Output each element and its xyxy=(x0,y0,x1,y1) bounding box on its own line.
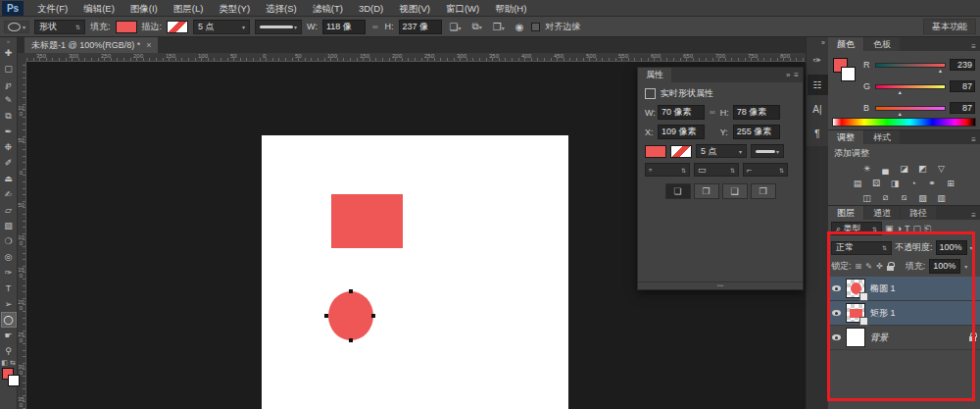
exposure-icon[interactable]: ◩ xyxy=(916,162,929,175)
brush-tool[interactable]: ✐ xyxy=(1,155,17,171)
layer-row-background[interactable]: 背景 xyxy=(828,326,980,350)
tab-swatches[interactable]: 色板 xyxy=(864,37,900,51)
layer-thumbnail[interactable] xyxy=(846,303,865,323)
blur-tool[interactable]: ❍ xyxy=(1,233,17,249)
type-tool[interactable]: T xyxy=(1,281,17,296)
menu-item-8[interactable]: 视图(V) xyxy=(391,0,438,17)
fill-color-swatch[interactable] xyxy=(116,21,137,33)
menu-item-0[interactable]: 文件(F) xyxy=(29,0,75,17)
ellipse-shape-tool[interactable]: ◯ xyxy=(1,312,17,328)
tab-channels[interactable]: 通道 xyxy=(864,206,900,220)
color-lookup-icon[interactable]: ⊞ xyxy=(945,177,957,189)
layer-name[interactable]: 矩形 1 xyxy=(870,307,976,320)
blue-slider[interactable]: ▲ xyxy=(875,106,946,111)
layer-thumbnail[interactable] xyxy=(846,328,865,347)
g-value-field[interactable]: 87 xyxy=(950,80,975,92)
filter-smart-objects-icon[interactable]: ⎗ xyxy=(924,224,931,234)
brush-presets-panel-icon[interactable]: ✑ xyxy=(808,50,828,71)
stroke-width-select[interactable]: 5 点 ▾ xyxy=(193,20,250,34)
link-icon[interactable]: ∞ xyxy=(708,108,717,117)
layer-thumbnail[interactable] xyxy=(846,279,865,298)
link-dimensions-icon[interactable]: ∞ xyxy=(370,23,380,31)
paragraph-panel-icon[interactable]: ¶ xyxy=(808,124,828,144)
stroke-type-select[interactable]: ▾ xyxy=(255,20,302,34)
posterize-icon[interactable]: ⧄ xyxy=(879,191,892,204)
menu-item-1[interactable]: 编辑(E) xyxy=(75,0,122,17)
layer-row-ellipse1[interactable]: 椭圆 1 xyxy=(828,277,980,301)
eyedropper-tool[interactable]: ✒ xyxy=(1,124,17,139)
filter-type-layers-icon[interactable]: T xyxy=(905,224,910,233)
slider-thumb-icon[interactable]: ▲ xyxy=(898,89,903,95)
tab-styles[interactable]: 样式 xyxy=(864,130,900,144)
shape-width-input[interactable]: 118 像 xyxy=(322,20,366,34)
collapse-panel-icon[interactable]: » xyxy=(786,71,790,79)
prop-x-input[interactable]: 109 像素 xyxy=(658,125,705,139)
background-color-swatch[interactable] xyxy=(841,67,856,81)
prop-stroke-swatch[interactable] xyxy=(670,145,692,158)
brightness-contrast-icon[interactable]: ☀ xyxy=(860,162,873,175)
align-edges-checkbox[interactable] xyxy=(531,23,540,31)
tab-paths[interactable]: 路径 xyxy=(901,206,936,220)
stroke-align-select[interactable]: ▫⇅ xyxy=(645,163,690,177)
lock-transparency-icon[interactable]: ⊞ xyxy=(856,262,862,271)
zoom-tool[interactable]: ⚲ xyxy=(1,343,17,359)
close-tab-icon[interactable]: × xyxy=(146,40,151,50)
pathop-exclude-button[interactable]: ❒ xyxy=(751,183,776,199)
menu-item-6[interactable]: 滤镜(T) xyxy=(305,0,351,17)
stroke-corners-select[interactable]: ⌐⇅ xyxy=(743,163,788,177)
pathop-intersect-button[interactable]: ❑ xyxy=(722,183,748,199)
visibility-eye-icon[interactable] xyxy=(832,334,841,340)
hand-tool[interactable]: ☛ xyxy=(1,328,17,343)
prop-fill-swatch[interactable] xyxy=(645,145,666,158)
slider-thumb-icon[interactable]: ▲ xyxy=(898,111,903,117)
prop-stroke-width-select[interactable]: 5 点 ▾ xyxy=(696,144,747,158)
visibility-eye-icon[interactable] xyxy=(832,310,841,316)
menu-item-3[interactable]: 图层(L) xyxy=(166,0,212,17)
b-value-field[interactable]: 87 xyxy=(950,102,975,114)
menu-item-2[interactable]: 图像(I) xyxy=(122,0,166,17)
invert-icon[interactable]: ◫ xyxy=(860,191,873,204)
history-brush-tool[interactable]: ✍ xyxy=(1,186,17,202)
menu-item-5[interactable]: 选择(S) xyxy=(258,0,305,17)
anchor-point-bottom[interactable] xyxy=(349,338,353,342)
r-value-field[interactable]: 239 xyxy=(950,59,975,71)
anchor-point-left[interactable] xyxy=(324,314,328,318)
opacity-input[interactable]: 100% xyxy=(936,240,967,255)
channel-mixer-icon[interactable]: ⚭ xyxy=(926,177,939,189)
shape-height-input[interactable]: 237 像 xyxy=(399,20,442,34)
threshold-icon[interactable]: ⧅ xyxy=(898,191,910,204)
toolbar-grip[interactable]: » xyxy=(7,37,10,45)
menu-item-9[interactable]: 窗口(W) xyxy=(438,0,487,17)
panel-menu-icon[interactable]: ≡ xyxy=(971,211,980,220)
slider-thumb-icon[interactable]: ▲ xyxy=(938,68,943,74)
stroke-caps-select[interactable]: ▭⇅ xyxy=(694,163,739,177)
panel-menu-icon[interactable]: ≡ xyxy=(971,135,980,144)
gradient-map-icon[interactable]: ▥ xyxy=(935,191,948,204)
properties-panel-header[interactable]: 属性 » ≡ xyxy=(638,68,803,82)
lasso-tool[interactable]: ℘ xyxy=(1,77,17,92)
crop-tool[interactable]: ⧉ xyxy=(1,108,17,124)
path-arrangement-button[interactable]: ❐▾ xyxy=(490,22,508,32)
color-balance-icon[interactable]: ⚄ xyxy=(870,177,883,189)
stroke-color-swatch[interactable] xyxy=(167,21,188,33)
menu-item-4[interactable]: 类型(Y) xyxy=(211,0,258,17)
red-ellipse-shape[interactable] xyxy=(328,291,373,340)
lock-pixels-icon[interactable]: ✎ xyxy=(865,262,872,271)
screen-mode-icon[interactable]: ⇆ xyxy=(10,359,16,367)
clone-stamp-tool[interactable]: ⏏ xyxy=(1,171,17,186)
canvas[interactable] xyxy=(262,135,568,409)
lock-all-icon[interactable] xyxy=(887,266,894,271)
visibility-eye-icon[interactable] xyxy=(832,285,841,291)
filter-pixel-layers-icon[interactable]: ▣ xyxy=(885,224,894,233)
photo-filter-icon[interactable]: ◔ xyxy=(907,177,920,189)
vibrance-icon[interactable]: ▽ xyxy=(935,162,948,175)
panel-resize-handle[interactable]: ••• xyxy=(638,281,803,289)
prop-y-input[interactable]: 255 像素 xyxy=(733,125,780,139)
green-slider[interactable]: ▲ xyxy=(875,84,946,89)
geometry-settings-gear-icon[interactable]: ◉ xyxy=(513,22,527,32)
marquee-tool[interactable]: ▢ xyxy=(1,61,17,77)
pathop-subtract-button[interactable]: ❐ xyxy=(694,183,719,199)
pathop-new-layer-button[interactable]: ❏ xyxy=(665,183,691,199)
layer-name[interactable]: 背景 xyxy=(870,332,964,344)
background-color-swatch[interactable] xyxy=(8,375,20,386)
